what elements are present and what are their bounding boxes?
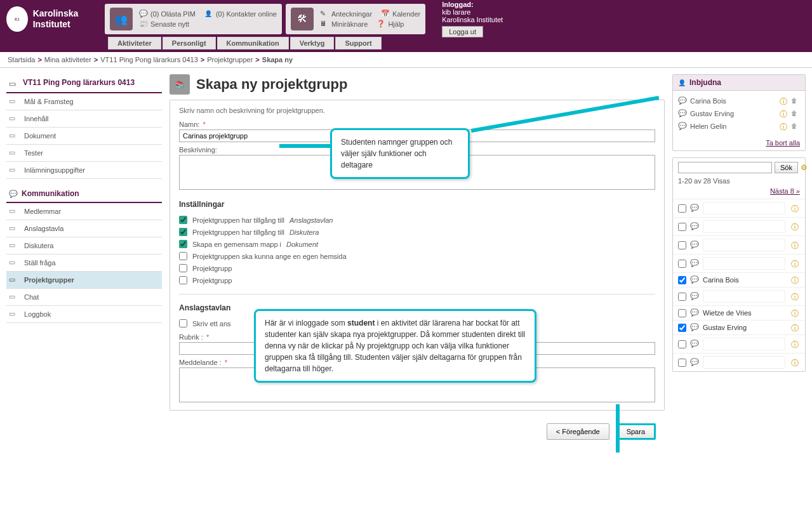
sidebar-section-communication: Kommunikation	[6, 185, 162, 203]
setting-checkbox[interactable]	[179, 252, 187, 260]
trash-icon[interactable]	[791, 96, 800, 105]
item-icon	[9, 310, 19, 319]
setting-row: Projektgruppen ska kunna ange en egen he…	[179, 250, 655, 262]
breadcrumb-current: Skapa ny	[262, 56, 293, 63]
trash-icon[interactable]	[791, 109, 800, 118]
remove-all-link[interactable]: Ta bort alla	[673, 136, 805, 150]
calendar-link[interactable]: 📅Kalender	[381, 10, 420, 18]
invited-row: Carina Bois	[678, 95, 800, 107]
info-icon[interactable]	[791, 358, 800, 367]
save-button[interactable]: Spara	[616, 423, 656, 440]
setting-checkbox[interactable]	[179, 276, 187, 284]
calculator-link[interactable]: 🖩Miniräknare	[320, 20, 368, 29]
unread-pim-link[interactable]: (0) Olästa PIM	[139, 10, 196, 18]
sidebar-item-label: Inlämningsuppgifter	[24, 166, 85, 174]
sidebar-item-label: Projektgrupper	[24, 276, 74, 284]
gear-icon[interactable]	[801, 163, 808, 172]
status-icon	[690, 292, 699, 301]
info-icon[interactable]	[791, 241, 800, 249]
sidebar-item-st-ll-fr-ga[interactable]: Ställ fråga	[6, 255, 162, 272]
result-count: 1-20 av 28 Visas	[673, 177, 805, 187]
sidebar-item-label: Tester	[24, 149, 43, 157]
info-icon[interactable]	[791, 204, 800, 213]
sidebar-item-anslagstavla[interactable]: Anslagstavla	[6, 220, 162, 237]
user-checkbox[interactable]	[678, 324, 686, 332]
setting-checkbox[interactable]	[179, 264, 187, 272]
help-link[interactable]: ❓Hjälp	[376, 20, 404, 29]
info-icon[interactable]	[780, 109, 789, 118]
sidebar-item-loggbok[interactable]: Loggbok	[6, 306, 162, 323]
sidebar-item-projektgrupper[interactable]: Projektgrupper	[6, 272, 162, 289]
sidebar-item-diskutera[interactable]: Diskutera	[6, 237, 162, 255]
search-button[interactable]: Sök	[775, 162, 798, 173]
breadcrumb-link[interactable]: Mina aktiviteter	[44, 56, 91, 63]
breadcrumb-link[interactable]: Projektgrupper	[207, 56, 253, 63]
breadcrumb-link[interactable]: VT11 Ping Pong lärarkurs 0413	[100, 56, 197, 63]
sidebar-item-m-l-framsteg[interactable]: Mål & Framsteg	[6, 93, 162, 110]
tab-personligt[interactable]: Personligt	[163, 37, 216, 50]
info-icon[interactable]	[780, 96, 789, 105]
tab-support[interactable]: Support	[335, 37, 381, 50]
setting-row: Skapa en gemensam mapp i Dokument	[179, 238, 655, 250]
arrow-1	[279, 144, 330, 148]
setting-row: Projektgruppen har tillgång till Diskute…	[179, 226, 655, 238]
user-placeholder	[703, 220, 785, 233]
setting-row: Projektgruppen har tillgång till Anslags…	[179, 214, 655, 226]
breadcrumb-link[interactable]: Startsida	[8, 56, 35, 63]
user-checkbox[interactable]	[678, 260, 686, 268]
status-icon	[690, 275, 699, 284]
search-input[interactable]	[678, 162, 772, 173]
contacts-online-link[interactable]: (0) Kontakter online	[204, 10, 277, 18]
info-icon[interactable]	[791, 275, 800, 284]
info-icon[interactable]	[791, 308, 800, 317]
setting-checkbox[interactable]	[179, 240, 187, 248]
prev-button[interactable]: < Föregående	[547, 423, 609, 440]
logout-button[interactable]: Logga ut	[442, 26, 483, 37]
invited-name: Carina Bois	[690, 97, 726, 105]
invited-row: Gustav Erving	[678, 107, 800, 120]
app-header: KI Karolinska Institutet 👥 (0) Olästa PI…	[0, 0, 812, 38]
annotation-1: Studenten namnger gruppen och väljer sjä…	[330, 128, 470, 179]
info-icon[interactable]	[791, 259, 800, 268]
info-icon[interactable]	[780, 122, 789, 131]
user-checkbox[interactable]	[678, 223, 686, 231]
status-icon	[690, 204, 699, 213]
user-checkbox[interactable]	[678, 204, 686, 213]
sidebar-item-chat[interactable]: Chat	[6, 289, 162, 306]
user-checkbox[interactable]	[678, 276, 686, 284]
tab-kommunikation[interactable]: Kommunikation	[217, 37, 289, 50]
sidebar-item-dokument[interactable]: Dokument	[6, 128, 162, 145]
info-icon[interactable]	[791, 222, 800, 231]
next-page-link[interactable]: Nästa 8 »	[673, 187, 805, 199]
user-row	[673, 199, 805, 217]
setting-checkbox[interactable]	[179, 216, 187, 224]
user-checkbox[interactable]	[678, 241, 686, 249]
sidebar-item-inneh-ll[interactable]: Innehåll	[6, 110, 162, 128]
toolbar-block-2: 🛠 ✎Anteckningar 📅Kalender 🖩Miniräknare ❓…	[286, 4, 425, 34]
sidebar-item-inl-mningsuppgifter[interactable]: Inlämningsuppgifter	[6, 162, 162, 179]
status-icon	[690, 358, 699, 367]
sidebar-item-medlemmar[interactable]: Medlemmar	[6, 203, 162, 220]
tools-icon[interactable]: 🛠	[291, 8, 314, 30]
logo-seal-icon: KI	[6, 6, 28, 32]
tab-aktiviteter[interactable]: Aktiviteter	[108, 37, 161, 50]
annotation-2: Här är vi inloggade som student i en akt…	[254, 309, 536, 383]
user-checkbox[interactable]	[678, 309, 686, 317]
notes-link[interactable]: ✎Anteckningar	[320, 10, 372, 18]
trash-icon[interactable]	[791, 122, 800, 131]
latest-news-link[interactable]: 📰Senaste nytt	[139, 20, 189, 29]
sidebar-item-label: Anslagstavla	[24, 225, 63, 232]
setting-checkbox[interactable]	[179, 228, 187, 236]
info-icon[interactable]	[791, 292, 800, 301]
user-checkbox[interactable]	[678, 359, 686, 367]
sidebar-item-label: Medlemmar	[24, 208, 61, 215]
user-checkbox[interactable]	[678, 340, 686, 348]
login-label: Inloggad:	[442, 1, 474, 8]
info-icon[interactable]	[791, 340, 800, 348]
contacts-icon[interactable]: 👥	[110, 8, 133, 30]
sidebar-item-tester[interactable]: Tester	[6, 145, 162, 162]
user-checkbox[interactable]	[678, 293, 686, 301]
tab-verktyg[interactable]: Verktyg	[290, 37, 335, 50]
info-icon[interactable]	[791, 323, 800, 332]
anslag-write-checkbox[interactable]	[179, 319, 187, 327]
